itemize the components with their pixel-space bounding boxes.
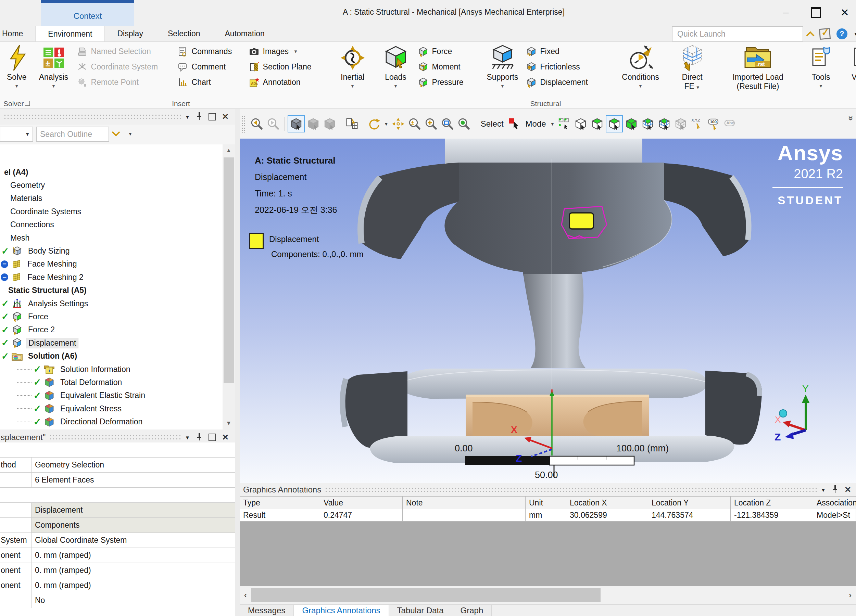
rotate-caret-icon[interactable]: ▼ <box>384 121 389 127</box>
select-tag-icon[interactable]: 100 <box>706 116 721 132</box>
comment-button[interactable]: Comment <box>177 59 245 75</box>
tree-item-solution-a6[interactable]: ✓Solution (A6) <box>0 349 222 363</box>
tree-item-face-meshing[interactable]: −Face Meshing <box>0 258 222 271</box>
pin-icon[interactable] <box>832 485 839 495</box>
coordinate-system-button[interactable]: Coordinate System <box>77 59 173 75</box>
zoom-fit-icon[interactable] <box>456 116 472 132</box>
tree-item-equivalent-stress[interactable]: ✓Equivalent Stress <box>0 402 222 415</box>
pane-splitter[interactable] <box>235 109 240 616</box>
section-plane-button[interactable]: Section Plane <box>249 59 327 75</box>
select-abc-icon[interactable]: Abc <box>722 116 738 132</box>
viewport-layout-icon[interactable] <box>344 116 360 132</box>
tree-item-total-deformation[interactable]: ✓Total Deformation <box>0 376 222 389</box>
tools-button[interactable]: Tools ▼ <box>802 43 839 99</box>
conditions-button[interactable]: Conditions ▼ <box>614 43 667 99</box>
scroll-left-icon[interactable]: ‹ <box>240 590 251 600</box>
tree-item-static-structural-a5[interactable]: Static Structural (A5) <box>0 284 222 297</box>
details-row-value[interactable]: 0. mm (ramped) <box>31 563 235 578</box>
tree-item-mesh[interactable]: Mesh <box>0 231 222 244</box>
search-more-caret-icon[interactable]: ▼ <box>128 131 132 137</box>
tree-item-force[interactable]: ✓ Force <box>0 310 222 323</box>
select-mesh-element-icon[interactable] <box>640 116 656 132</box>
scroll-up-icon[interactable]: ▲ <box>223 144 235 157</box>
panel-close-icon[interactable]: ✕ <box>222 433 229 442</box>
panel-close-icon[interactable]: ✕ <box>222 112 229 121</box>
collapse-ribbon-icon[interactable] <box>806 31 814 39</box>
displacement-button[interactable]: Displacement <box>526 75 608 90</box>
mode-dropdown[interactable]: Mode <box>526 119 546 129</box>
tree-item-coordinate-systems[interactable]: Coordinate Systems <box>0 205 222 218</box>
dialog-launcher-icon[interactable] <box>25 101 30 106</box>
loads-button[interactable]: Loads ▼ <box>376 43 416 99</box>
column-header-note[interactable]: Note <box>403 496 526 509</box>
panel-maximize-icon[interactable] <box>208 433 216 441</box>
toolbar-drag-handle[interactable] <box>241 115 246 133</box>
tab-home[interactable]: Home <box>0 26 35 41</box>
graphics-viewport[interactable]: 0.00 100.00 (mm) 50.00 X Z Y <box>240 138 856 483</box>
moment-button[interactable]: Moment <box>418 59 475 75</box>
details-row-value[interactable]: 6 Element Faces <box>31 473 235 487</box>
tree-item-force-2[interactable]: ✓ Force 2 <box>0 323 222 336</box>
help-icon[interactable]: ? <box>836 28 847 39</box>
pin-icon[interactable] <box>196 112 203 122</box>
select-body-icon[interactable] <box>624 116 639 132</box>
supports-button[interactable]: Supports ▼ <box>482 43 524 99</box>
zoom-box-icon[interactable] <box>440 116 456 132</box>
select-face-icon[interactable] <box>606 115 623 132</box>
column-header-value[interactable]: Value <box>320 496 403 509</box>
bottom-tab-graphics-annotations[interactable]: Graphics Annotations <box>294 605 389 616</box>
column-header-location-z[interactable]: Location Z <box>731 496 813 509</box>
zoom-undo-icon[interactable] <box>249 116 265 132</box>
panel-drag-texture[interactable] <box>49 434 182 441</box>
tree-item-face-meshing-2[interactable]: −Face Meshing 2 <box>0 271 222 284</box>
panel-menu-caret-icon[interactable]: ▼ <box>821 487 826 493</box>
panel-menu-caret-icon[interactable]: ▼ <box>185 114 190 120</box>
fixed-button[interactable]: Fixed <box>526 44 608 59</box>
search-expand-icon[interactable] <box>113 129 119 138</box>
column-header-association[interactable]: Association <box>813 496 856 509</box>
details-row-value[interactable]: Global Coordinate System <box>31 533 235 548</box>
help-dropdown-caret-icon[interactable]: ▼ <box>854 31 856 37</box>
bottom-tab-tabular-data[interactable]: Tabular Data <box>389 605 452 616</box>
view-iso-icon[interactable] <box>288 115 305 132</box>
pressure-button[interactable]: Pressure <box>418 75 475 90</box>
remote-point-button[interactable]: Remote Point <box>77 75 173 90</box>
scroll-down-icon[interactable]: ▼ <box>223 417 235 430</box>
annotation-button[interactable]: ADsAnnotation <box>249 75 327 90</box>
zoom-interactive-icon[interactable]: ± <box>407 116 422 132</box>
tab-automation[interactable]: Automation <box>212 26 277 41</box>
view-shaded-icon[interactable] <box>305 116 321 132</box>
maximize-button[interactable] <box>807 5 825 20</box>
bottom-tab-messages[interactable]: Messages <box>240 605 294 616</box>
quick-launch-input[interactable] <box>672 26 803 41</box>
horizontal-scrollbar[interactable]: ‹ › <box>240 586 856 604</box>
details-row-value[interactable]: Displacement <box>31 503 235 518</box>
details-row-value[interactable]: No <box>31 593 235 608</box>
scroll-right-icon[interactable]: › <box>844 590 856 600</box>
details-row-value[interactable]: 0. mm (ramped) <box>31 578 235 593</box>
imported-load-button[interactable]: .rst Imported Load (Result File) <box>717 43 799 99</box>
force-button[interactable]: Force <box>418 44 475 59</box>
panel-maximize-icon[interactable] <box>208 113 216 120</box>
bottom-tab-graph[interactable]: Graph <box>452 605 492 616</box>
column-header-location-x[interactable]: Location X <box>567 496 648 509</box>
panel-close-icon[interactable]: ✕ <box>844 485 851 495</box>
horizontal-scrollbar-thumb[interactable] <box>251 588 600 602</box>
details-row-value[interactable]: 0. mm (ramped) <box>31 548 235 562</box>
rotate-caret-icon[interactable]: ▼ <box>550 121 555 127</box>
select-xyz-icon[interactable]: X.Y.Z <box>689 116 705 132</box>
tree-item-solution-information[interactable]: ✓iSolution Information <box>0 363 222 376</box>
pan-icon[interactable] <box>390 116 406 132</box>
select-vertex-icon[interactable] <box>556 116 572 132</box>
cursor-mode-icon[interactable] <box>507 116 522 132</box>
outline-filter-dropdown[interactable]: ▼ <box>0 127 33 142</box>
chart-button[interactable]: Chart <box>177 75 245 90</box>
solve-button[interactable]: Solve ▼ <box>5 43 29 99</box>
tree-item-geometry[interactable]: Geometry <box>0 179 222 192</box>
inertial-button[interactable]: Inertial ▼ <box>334 43 372 99</box>
details-row-value[interactable]: Components <box>31 518 235 533</box>
tree-item-directional-deformation[interactable]: ✓Directional Deformation <box>0 415 222 428</box>
select-mesh-body-icon[interactable] <box>673 116 688 132</box>
tab-environment[interactable]: Environment <box>35 26 105 41</box>
toolbar-overflow-icon[interactable]: » <box>845 116 856 120</box>
